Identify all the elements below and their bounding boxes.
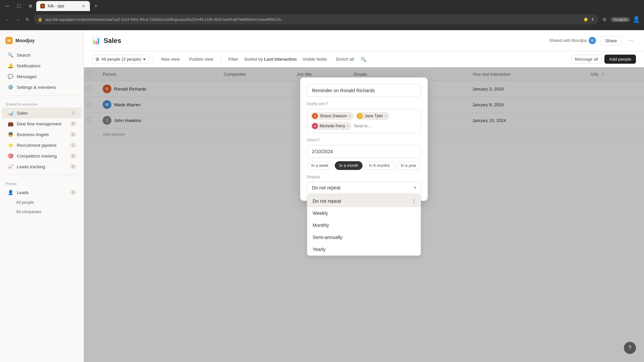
sidebar-item-search[interactable]: 🔍 Search <box>2 50 82 60</box>
forward-btn[interactable]: → <box>14 15 21 23</box>
deal-flow-icon: 💼 <box>7 121 13 127</box>
repeat-label: Repeat <box>307 175 421 179</box>
shared-with-label: Shared with Moodjoy <box>549 38 587 43</box>
remove-shane-btn[interactable]: × <box>348 114 351 118</box>
send-to-input[interactable] <box>354 124 417 128</box>
sidebar-item-messages[interactable]: 💬 Messages <box>2 71 82 82</box>
page-title-area: 📊 Sales <box>92 37 545 45</box>
sidebar-item-leads[interactable]: 👤 Leads 0 <box>2 187 82 198</box>
sidebar-item-notifications[interactable]: 🔔 Notifications <box>2 60 82 71</box>
repeat-option-yearly[interactable]: Yearly <box>307 243 421 255</box>
in-a-week-btn[interactable]: In a week <box>307 161 333 170</box>
enrich-all-btn[interactable]: Enrich all <box>333 55 357 63</box>
reload-btn[interactable]: ↻ <box>24 15 31 23</box>
jane-avatar: J <box>357 113 363 119</box>
repeat-option-monthly[interactable]: Monthly <box>307 219 421 231</box>
sidebar-item-settings[interactable]: ⚙️ Settings & members <box>2 82 82 93</box>
shared-section-title: Shared to everyone <box>0 98 84 108</box>
in-six-months-btn[interactable]: In 6 months <box>365 161 394 170</box>
remove-michelle-btn[interactable]: × <box>347 124 349 128</box>
sidebar-item-business-angels[interactable]: 👼 Business Angels 2 <box>2 129 82 140</box>
help-button[interactable]: ? <box>624 342 636 354</box>
repeat-option-no-repeat[interactable]: Do not repeat │ <box>307 195 421 207</box>
tab-close-btn[interactable]: ✕ <box>80 3 86 9</box>
date-input[interactable] <box>307 145 421 158</box>
sales-count: 3 <box>70 111 76 115</box>
repeat-option-semi-annually[interactable]: Semi-annually <box>307 231 421 243</box>
browser-chrome: ─ □ ✕ f folk - app ✕ + ← → ↻ 🔒 app.folk.… <box>0 0 644 30</box>
sidebar-item-deal-flow[interactable]: 💼 Deal flow management 0 <box>2 118 82 129</box>
maximize-btn[interactable]: □ <box>14 1 23 11</box>
extensions-btn[interactable]: ⚙ <box>601 15 608 23</box>
message-all-btn[interactable]: Message all <box>571 55 602 64</box>
url-bar[interactable]: 🔒 app.folk.app/apps/contacts/network/cca… <box>34 14 598 24</box>
no-repeat-label: Do not repeat <box>313 198 341 204</box>
publish-view-btn[interactable]: Publish view <box>186 55 217 63</box>
active-tab[interactable]: f folk - app ✕ <box>36 1 90 11</box>
view-selector-label: All people (3 people) <box>101 57 141 62</box>
view-selector[interactable]: ⊞ All people (3 people) ▾ <box>92 55 149 64</box>
close-window-btn[interactable]: ✕ <box>25 1 35 11</box>
sidebar-divider-1 <box>4 95 79 96</box>
modal-inner: Notify who? S Shane Dawson × J J <box>300 77 428 201</box>
sidebar: M Moodjoy 🔍 Search 🔔 Notifications 💬 Mes… <box>0 30 84 362</box>
notify-tag-michelle: M Michelle Perry × <box>311 122 352 130</box>
sidebar-item-competitors[interactable]: 🎯 Competitors tracking 0 <box>2 150 82 161</box>
remove-jane-btn[interactable]: × <box>385 114 387 118</box>
shane-avatar: S <box>312 113 318 119</box>
reminder-title-input[interactable] <box>307 84 421 97</box>
back-btn[interactable]: ← <box>4 15 11 23</box>
leads-tracking-icon: 📈 <box>7 164 13 170</box>
sidebar-item-recruitment[interactable]: ⭐ Recruitment pipeline 1 <box>2 140 82 150</box>
page-icon: 📊 <box>92 37 100 45</box>
new-view-btn[interactable]: New view <box>158 55 183 63</box>
sidebar-item-sales[interactable]: 📊 Sales 3 <box>2 108 82 118</box>
app-layout: M Moodjoy 🔍 Search 🔔 Notifications 💬 Mes… <box>0 30 644 362</box>
share-button[interactable]: Share <box>600 36 622 46</box>
leads-count: 0 <box>70 190 76 195</box>
shared-badge: Shared with Moodjoy M <box>549 37 596 44</box>
repeat-select[interactable]: Do not repeat ▾ <box>307 181 421 194</box>
view-chevron-icon: ▾ <box>143 57 146 62</box>
more-options-btn[interactable]: ··· <box>626 36 636 46</box>
repeat-dropdown-menu: Do not repeat │ Weekly Monthly <box>307 195 421 256</box>
browser-nav: ← → ↻ 🔒 app.folk.app/apps/contacts/netwo… <box>0 12 644 27</box>
add-people-btn[interactable]: Add people <box>604 55 636 64</box>
profile-btn[interactable]: 👤 <box>633 16 640 23</box>
deal-flow-count: 0 <box>70 121 76 126</box>
shared-avatar: M <box>589 37 596 44</box>
shane-name: Shane Dawson <box>320 114 347 118</box>
in-a-year-btn[interactable]: In a year <box>396 161 421 170</box>
sidebar-item-all-companies[interactable]: All companies <box>2 207 82 217</box>
search-icon[interactable]: 🔍 <box>360 56 367 63</box>
jane-name: Jane Tyler <box>365 114 383 118</box>
recruitment-count: 1 <box>70 143 76 147</box>
cursor-indicator: │ <box>413 199 416 203</box>
sidebar-item-leads-tracking[interactable]: 📈 Leads tracking 0 <box>2 161 82 172</box>
page-header: 📊 Sales Shared with Moodjoy M Share ··· <box>84 30 644 51</box>
all-people-label: All people <box>16 200 34 205</box>
reminder-modal: Notify who? S Shane Dawson × J J <box>300 77 428 201</box>
notify-label: Notify who? <box>307 102 421 106</box>
filter-btn[interactable]: Filter <box>225 55 241 63</box>
settings-icon: ⚙️ <box>7 84 13 90</box>
browser-window-controls: ─ □ ✕ <box>3 1 35 11</box>
repeat-option-weekly[interactable]: Weekly <box>307 207 421 219</box>
sidebar-item-all-people[interactable]: All people <box>2 198 82 207</box>
michelle-avatar: M <box>312 123 318 129</box>
visible-fields-btn[interactable]: Visible fields <box>299 55 330 63</box>
messages-icon: 💬 <box>7 73 13 79</box>
main-content: 📊 Sales Shared with Moodjoy M Share ··· … <box>84 30 644 362</box>
business-angels-icon: 👼 <box>7 131 13 137</box>
sidebar-competitors-label: Competitors tracking <box>17 154 57 159</box>
minimize-btn[interactable]: ─ <box>3 1 12 11</box>
page-title: Sales <box>104 37 121 45</box>
sidebar-leads-label: Leads <box>17 190 29 195</box>
brand-icon-symbol: M <box>7 39 10 43</box>
notifications-icon: 🔔 <box>7 63 13 69</box>
in-a-month-btn[interactable]: In a month <box>335 161 363 170</box>
competitors-count: 0 <box>70 154 76 158</box>
sidebar-messages-label: Messages <box>17 74 37 79</box>
sidebar-notifications-label: Notifications <box>17 63 41 68</box>
new-tab-btn[interactable]: + <box>91 1 101 11</box>
